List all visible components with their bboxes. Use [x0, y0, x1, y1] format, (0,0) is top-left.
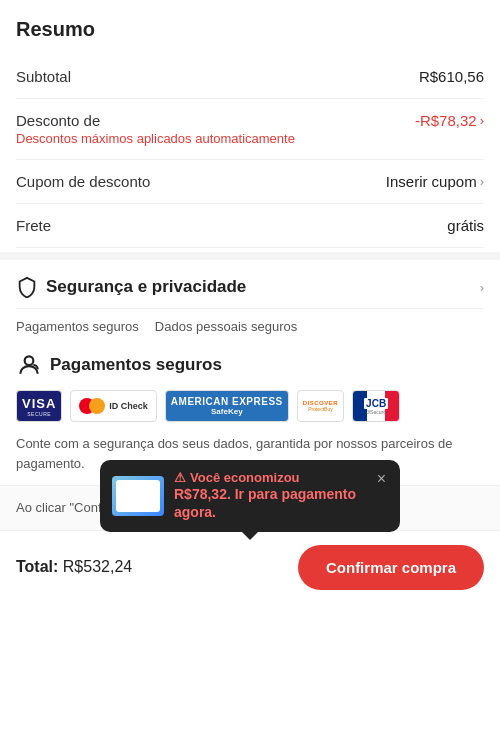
amex-logo: AMERICAN EXPRESS SafeKey	[165, 390, 289, 422]
savings-tooltip: ⚠ Você economizou R$78,32. Ir para pagam…	[100, 460, 400, 531]
discount-label: Desconto de	[16, 112, 295, 129]
summary-section: Resumo Subtotal R$610,56 Desconto de Des…	[0, 0, 500, 248]
jcb-text: JCB	[364, 398, 388, 409]
jcb-inner: JCB J/Secure	[364, 398, 388, 415]
payments-title-row: Pagamentos seguros	[16, 352, 484, 378]
security-title-group: Segurança e privacidade	[16, 276, 246, 298]
tooltip-amount: R$78,32.	[174, 486, 231, 502]
tooltip-content: ⚠ Você economizou R$78,32. Ir para pagam…	[174, 470, 365, 521]
sub-tab-personal[interactable]: Dados pessoais seguros	[155, 319, 297, 334]
discount-row: Desconto de Descontos máximos aplicados …	[16, 99, 484, 160]
security-sub-tabs: Pagamentos seguros Dados pessoais seguro…	[16, 309, 484, 338]
coupon-action[interactable]: Inserir cupom ›	[386, 173, 484, 190]
subtotal-value: R$610,56	[419, 68, 484, 85]
shipping-label: Frete	[16, 217, 51, 234]
svg-point-0	[25, 356, 34, 365]
coupon-label: Cupom de desconto	[16, 173, 150, 190]
payments-icon	[16, 352, 42, 378]
amex-text: AMERICAN EXPRESS	[171, 396, 283, 407]
alert-icon: ⚠	[174, 470, 186, 485]
security-title: Segurança e privacidade	[46, 277, 246, 297]
tooltip-title: ⚠ Você economizou	[174, 470, 365, 485]
visa-logo: VISA SECURE	[16, 390, 62, 422]
summary-title: Resumo	[16, 18, 484, 41]
discount-amount: -R$78,32	[415, 112, 477, 129]
coupon-chevron-icon: ›	[480, 174, 484, 189]
shipping-value: grátis	[447, 217, 484, 234]
sub-tab-payments[interactable]: Pagamentos seguros	[16, 319, 139, 334]
total-label: Total: R$532,24	[16, 558, 132, 576]
tooltip-body[interactable]: R$78,32. Ir para pagamento agora.	[174, 485, 365, 521]
coupon-row[interactable]: Cupom de desconto Inserir cupom ›	[16, 160, 484, 204]
visa-text: VISA	[22, 396, 56, 411]
payments-title: Pagamentos seguros	[50, 355, 222, 375]
subtotal-row: Subtotal R$610,56	[16, 55, 484, 99]
mastercard-logo: ID Check	[70, 390, 157, 422]
security-section: Segurança e privacidade › Pagamentos seg…	[0, 260, 500, 338]
protectbuy-text: ProtectBuy	[308, 406, 332, 412]
mc-orange-circle	[89, 398, 105, 414]
discount-value[interactable]: -R$78,32 ›	[415, 112, 484, 129]
total-label-text: Total:	[16, 558, 58, 575]
section-divider	[0, 252, 500, 260]
tooltip-title-text: Você economizou	[190, 470, 300, 485]
id-check-text: ID Check	[109, 401, 148, 411]
subtotal-label: Subtotal	[16, 68, 71, 85]
page-container: Resumo Subtotal R$610,56 Desconto de Des…	[0, 0, 500, 604]
discount-auto-text: Descontos máximos aplicados automaticame…	[16, 131, 295, 146]
coupon-value: Inserir cupom	[386, 173, 477, 190]
jcb-logo: JCB J/Secure	[352, 390, 400, 422]
jcb-secure-text: J/Secure	[366, 409, 386, 415]
safekey-text: SafeKey	[211, 407, 243, 416]
visa-secure-text: SECURE	[27, 411, 51, 417]
tooltip-thumb-image	[116, 480, 160, 512]
tooltip-close-icon[interactable]: ×	[375, 470, 388, 488]
mc-circles	[79, 397, 107, 415]
security-header-row[interactable]: Segurança e privacidade ›	[16, 260, 484, 309]
bottom-bar: Total: R$532,24 Confirmar compra	[0, 530, 500, 604]
discount-block: Desconto de Descontos máximos aplicados …	[16, 112, 295, 146]
shipping-row: Frete grátis	[16, 204, 484, 248]
total-value: R$532,24	[63, 558, 132, 575]
security-chevron-icon: ›	[480, 280, 484, 295]
payment-logos: VISA SECURE ID Check AMERICAN EXPRESS Sa…	[16, 390, 484, 422]
discount-chevron-icon: ›	[480, 113, 484, 128]
confirm-purchase-button[interactable]: Confirmar compra	[298, 545, 484, 590]
shield-icon	[16, 276, 38, 298]
tooltip-thumbnail	[112, 476, 164, 516]
discover-logo: DISCOVER ProtectBuy	[297, 390, 344, 422]
